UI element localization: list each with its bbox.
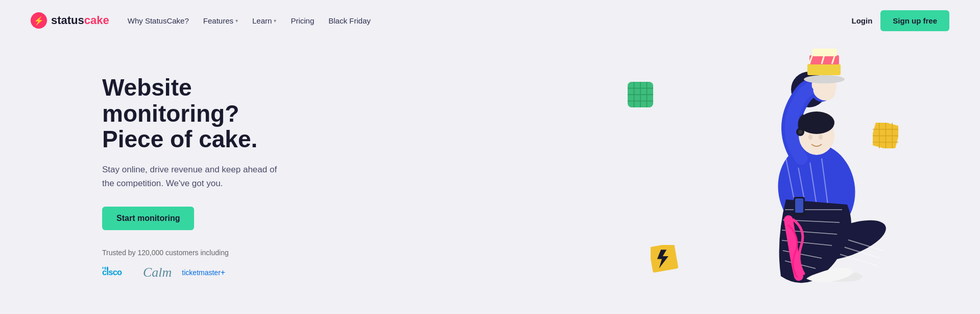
signup-button[interactable]: Sign up free xyxy=(880,10,949,31)
chevron-down-icon: ▾ xyxy=(274,18,276,24)
nav-black-friday[interactable]: Black Friday xyxy=(328,16,371,25)
svg-rect-50 xyxy=(795,198,803,213)
hero-section: Website monitoring? Piece of cake. Stay … xyxy=(0,41,980,314)
svg-point-48 xyxy=(798,130,802,134)
logo-icon: ⚡ xyxy=(31,12,47,29)
nav-why-statuscake[interactable]: Why StatusCake? xyxy=(128,16,189,25)
svg-rect-3 xyxy=(107,266,108,271)
login-button[interactable]: Login xyxy=(851,16,872,25)
calm-logo: Calm xyxy=(143,265,172,280)
svg-point-45 xyxy=(808,134,812,140)
green-grid-decoration xyxy=(628,82,653,107)
nav-links: Why StatusCake? Features ▾ Learn ▾ Prici… xyxy=(128,16,371,25)
nav-left: ⚡ statuscake Why StatusCake? Features ▾ … xyxy=(31,12,371,29)
svg-rect-36 xyxy=(812,49,837,56)
brand-logos: cisco Calm ticketmaster+ xyxy=(102,265,317,280)
hero-subtitle: Stay online, drive revenue and keep ahea… xyxy=(102,163,286,190)
trusted-text: Trusted by 120,000 customers including xyxy=(102,249,317,257)
hero-illustration xyxy=(520,41,980,314)
svg-point-33 xyxy=(804,75,845,83)
nav-learn[interactable]: Learn ▾ xyxy=(252,16,276,25)
nav-right: Login Sign up free xyxy=(851,10,949,31)
cisco-logo: cisco xyxy=(102,266,133,280)
start-monitoring-button[interactable]: Start monitoring xyxy=(102,207,194,230)
chevron-down-icon: ▾ xyxy=(235,18,238,24)
navbar: ⚡ statuscake Why StatusCake? Features ▾ … xyxy=(0,0,980,41)
nav-pricing[interactable]: Pricing xyxy=(291,16,314,25)
character-illustration xyxy=(658,46,954,302)
hero-title: Website monitoring? Piece of cake. xyxy=(102,75,317,152)
svg-rect-34 xyxy=(807,64,841,75)
svg-rect-2 xyxy=(105,266,106,270)
nav-features[interactable]: Features ▾ xyxy=(203,16,238,25)
svg-rect-1 xyxy=(102,266,104,269)
logo[interactable]: ⚡ statuscake xyxy=(31,12,109,29)
svg-point-46 xyxy=(819,134,823,140)
hero-content: Website monitoring? Piece of cake. Stay … xyxy=(102,75,317,280)
logo-text: statuscake xyxy=(51,14,109,27)
ticketmaster-logo: ticketmaster+ xyxy=(182,268,225,277)
lightning-icon: ⚡ xyxy=(34,16,44,26)
